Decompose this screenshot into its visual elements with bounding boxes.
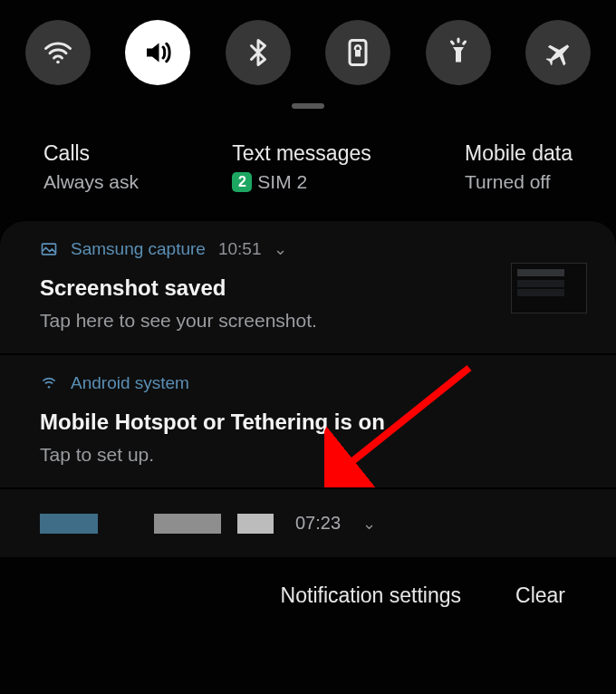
image-icon: [40, 240, 58, 258]
sim-badge: 2: [232, 172, 252, 192]
chevron-down-icon[interactable]: ⌄: [274, 239, 287, 259]
notification-hotspot[interactable]: Android system Mobile Hotspot or Tetheri…: [0, 354, 616, 488]
redacted-block: [237, 514, 274, 534]
calls-title: Calls: [43, 141, 139, 166]
texts-title: Text messages: [232, 141, 371, 166]
mobile-data-selector[interactable]: Mobile data Turned off: [465, 141, 573, 193]
notification-header: Samsung capture 10:51 ⌄: [40, 239, 576, 259]
notification-app-name: Samsung capture: [71, 239, 206, 259]
notification-footer: Notification settings Clear: [0, 558, 616, 608]
notification-body: Tap to set up.: [40, 444, 576, 466]
texts-value-text: SIM 2: [257, 171, 307, 193]
rotation-lock-icon: [342, 36, 374, 69]
texts-value: 2 SIM 2: [232, 171, 371, 193]
notification-screenshot[interactable]: Samsung capture 10:51 ⌄ Screenshot saved…: [0, 220, 616, 354]
wifi-small-icon: [40, 374, 58, 392]
data-value: Turned off: [465, 171, 573, 193]
rotation-lock-tile[interactable]: [325, 20, 390, 85]
svg-rect-2: [355, 50, 361, 57]
airplane-icon: [542, 36, 574, 69]
speaker-icon: [141, 36, 174, 69]
redacted-block: [154, 514, 221, 534]
notification-app-name: Android system: [71, 373, 189, 393]
data-title: Mobile data: [465, 141, 573, 166]
notification-time: 10:51: [218, 239, 262, 259]
svg-point-4: [48, 386, 51, 389]
notification-body: Tap here to see your screenshot.: [40, 310, 576, 332]
notification-time: 07:23: [295, 513, 341, 534]
notification-collapsed[interactable]: 07:23 ⌄: [0, 488, 616, 558]
calls-value: Always ask: [43, 171, 139, 193]
wifi-icon: [42, 36, 74, 69]
calls-selector[interactable]: Calls Always ask: [43, 141, 139, 193]
sound-tile[interactable]: [125, 20, 190, 85]
notification-header: Android system: [40, 373, 576, 393]
svg-point-0: [56, 61, 60, 64]
notification-settings-button[interactable]: Notification settings: [281, 583, 461, 608]
notification-title: Mobile Hotspot or Tethering is on: [40, 410, 576, 435]
bluetooth-tile[interactable]: [226, 20, 291, 85]
airplane-tile[interactable]: [525, 20, 591, 85]
clear-button[interactable]: Clear: [515, 583, 565, 608]
sim-status-row: Calls Always ask Text messages 2 SIM 2 M…: [0, 109, 616, 220]
flashlight-icon: [442, 36, 475, 69]
bluetooth-icon: [242, 36, 274, 69]
screenshot-thumbnail[interactable]: [511, 263, 587, 313]
wifi-tile[interactable]: [25, 20, 91, 85]
flashlight-tile[interactable]: [426, 20, 491, 85]
notification-title: Screenshot saved: [40, 275, 576, 301]
quick-settings-row: [0, 0, 616, 92]
redacted-block: [40, 514, 98, 534]
chevron-down-icon[interactable]: ⌄: [362, 514, 376, 534]
texts-selector[interactable]: Text messages 2 SIM 2: [232, 141, 371, 193]
